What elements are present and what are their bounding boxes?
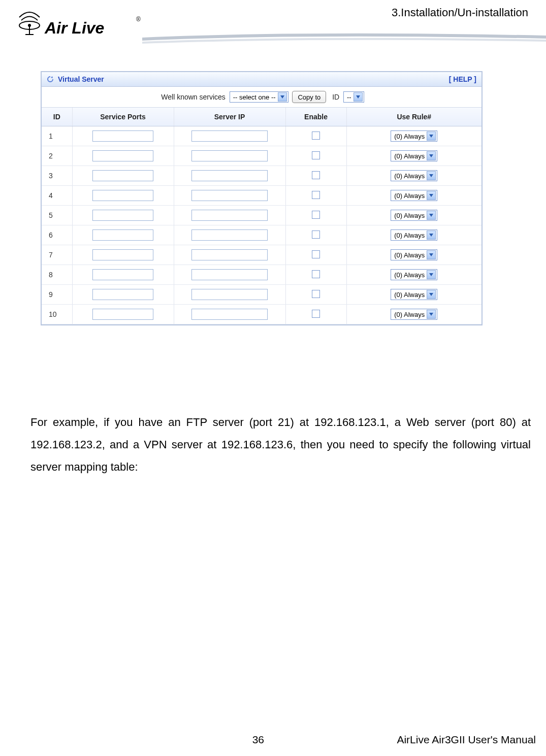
server-ip-input[interactable] <box>191 170 268 181</box>
use-rule-value: (0) Always <box>394 212 425 219</box>
row-id: 6 <box>42 225 72 245</box>
chevron-down-icon <box>427 231 436 240</box>
use-rule-value: (0) Always <box>394 271 425 279</box>
use-rule-select[interactable]: (0) Always <box>391 229 437 241</box>
use-rule-select[interactable]: (0) Always <box>391 269 437 280</box>
server-ip-input[interactable] <box>191 190 268 201</box>
chevron-down-icon <box>427 132 436 141</box>
well-known-label: Well known services <box>161 93 226 101</box>
service-ports-input[interactable] <box>92 289 153 300</box>
use-rule-value: (0) Always <box>394 311 425 318</box>
chevron-down-icon <box>427 151 436 160</box>
enable-checkbox[interactable] <box>312 231 320 239</box>
table-row: 3(0) Always <box>42 166 481 186</box>
use-rule-value: (0) Always <box>394 172 425 180</box>
use-rule-select[interactable]: (0) Always <box>391 170 437 181</box>
svg-text:®: ® <box>136 16 141 23</box>
use-rule-select[interactable]: (0) Always <box>391 190 437 201</box>
enable-checkbox[interactable] <box>312 171 320 179</box>
use-rule-select[interactable]: (0) Always <box>391 289 437 300</box>
enable-checkbox[interactable] <box>312 250 320 258</box>
chevron-down-icon <box>354 92 363 102</box>
panel-title: Virtual Server <box>58 75 104 83</box>
service-ports-input[interactable] <box>92 210 153 221</box>
chevron-down-icon <box>427 250 436 259</box>
col-id: ID <box>42 108 72 126</box>
enable-checkbox[interactable] <box>312 310 320 318</box>
refresh-icon <box>47 76 54 83</box>
row-id: 7 <box>42 245 72 265</box>
table-row: 6(0) Always <box>42 225 481 245</box>
server-ip-input[interactable] <box>191 269 268 280</box>
id-select[interactable]: -- <box>343 91 364 103</box>
chevron-down-icon <box>278 92 287 102</box>
server-ip-input[interactable] <box>191 289 268 300</box>
table-row: 9(0) Always <box>42 285 481 305</box>
virtual-server-panel: Virtual Server [ HELP ] Well known servi… <box>41 71 483 325</box>
well-known-value: -- select one -- <box>233 93 276 101</box>
well-known-select[interactable]: -- select one -- <box>230 91 288 103</box>
service-ports-input[interactable] <box>92 170 153 181</box>
enable-checkbox[interactable] <box>312 270 320 278</box>
table-row: 4(0) Always <box>42 186 481 206</box>
page-number: 36 <box>0 734 264 746</box>
service-ports-input[interactable] <box>92 229 153 241</box>
row-id: 9 <box>42 285 72 305</box>
virtual-server-table: ID Service Ports Server IP Enable Use Ru… <box>42 108 481 324</box>
enable-checkbox[interactable] <box>312 290 320 298</box>
server-ip-input[interactable] <box>191 229 268 241</box>
enable-checkbox[interactable] <box>312 191 320 199</box>
use-rule-value: (0) Always <box>394 133 425 140</box>
help-link[interactable]: [ HELP ] <box>449 75 476 83</box>
enable-checkbox[interactable] <box>312 151 320 159</box>
server-ip-input[interactable] <box>191 249 268 260</box>
service-ports-input[interactable] <box>92 190 153 201</box>
table-row: 2(0) Always <box>42 146 481 166</box>
col-service-ports: Service Ports <box>72 108 174 126</box>
panel-titlebar: Virtual Server [ HELP ] <box>42 72 481 87</box>
use-rule-select[interactable]: (0) Always <box>391 249 437 260</box>
service-ports-input[interactable] <box>92 269 153 280</box>
copy-to-button[interactable]: Copy to <box>292 91 326 103</box>
row-id: 10 <box>42 305 72 324</box>
use-rule-select[interactable]: (0) Always <box>391 130 437 142</box>
chevron-down-icon <box>427 290 436 299</box>
header-decoration <box>0 30 546 51</box>
server-ip-input[interactable] <box>191 309 268 320</box>
service-ports-input[interactable] <box>92 309 153 320</box>
manual-title: AirLive Air3GII User's Manual <box>397 734 536 746</box>
use-rule-select[interactable]: (0) Always <box>391 150 437 161</box>
enable-checkbox[interactable] <box>312 211 320 219</box>
table-row: 5(0) Always <box>42 206 481 225</box>
enable-checkbox[interactable] <box>312 132 320 140</box>
section-header: 3.Installation/Un-installation <box>392 6 528 19</box>
server-ip-input[interactable] <box>191 210 268 221</box>
table-row: 7(0) Always <box>42 245 481 265</box>
service-ports-input[interactable] <box>92 130 153 142</box>
table-row: 1(0) Always <box>42 126 481 146</box>
use-rule-select[interactable]: (0) Always <box>391 210 437 221</box>
use-rule-value: (0) Always <box>394 251 425 259</box>
server-ip-input[interactable] <box>191 130 268 142</box>
use-rule-value: (0) Always <box>394 291 425 299</box>
use-rule-value: (0) Always <box>394 192 425 200</box>
id-value: -- <box>347 93 351 101</box>
chevron-down-icon <box>427 310 436 319</box>
table-row: 8(0) Always <box>42 265 481 285</box>
col-server-ip: Server IP <box>174 108 285 126</box>
service-ports-input[interactable] <box>92 150 153 161</box>
row-id: 3 <box>42 166 72 186</box>
use-rule-value: (0) Always <box>394 152 425 160</box>
use-rule-select[interactable]: (0) Always <box>391 309 437 320</box>
col-enable: Enable <box>285 108 346 126</box>
service-ports-input[interactable] <box>92 249 153 260</box>
chevron-down-icon <box>427 211 436 220</box>
use-rule-value: (0) Always <box>394 232 425 239</box>
row-id: 1 <box>42 126 72 146</box>
toolbar: Well known services -- select one -- Cop… <box>42 87 481 108</box>
chevron-down-icon <box>427 191 436 200</box>
svg-point-2 <box>28 24 30 26</box>
row-id: 2 <box>42 146 72 166</box>
chevron-down-icon <box>427 270 436 279</box>
server-ip-input[interactable] <box>191 150 268 161</box>
